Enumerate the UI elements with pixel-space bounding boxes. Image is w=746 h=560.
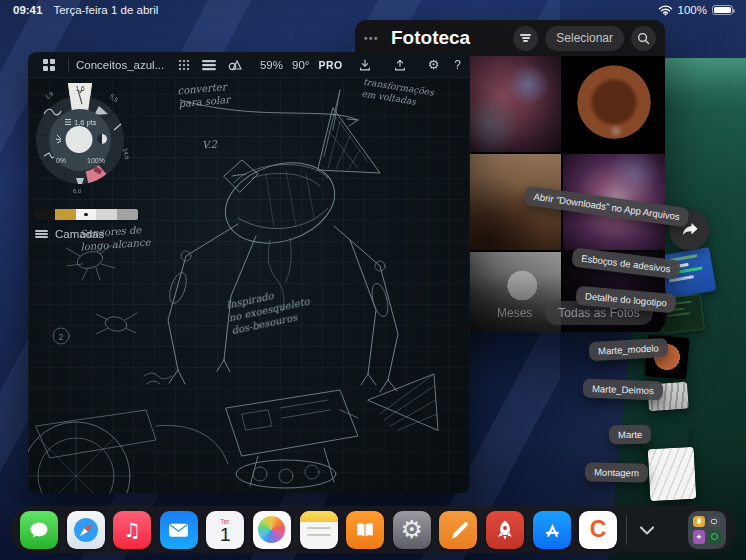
select-button[interactable]: Selecionar [545,26,624,51]
color-swatch[interactable] [55,209,76,220]
chevron-down-icon [638,524,656,536]
layers-icon[interactable] [202,59,216,71]
dock-chevron-button[interactable] [634,511,660,549]
spider-mech-sketch [166,90,398,392]
concepts-toolbar: Conceitos_azul... 59% 90° PRO [28,52,470,78]
gear-icon[interactable]: ⚙ [428,58,440,71]
layers-label: Camadas [55,228,104,240]
brush-preview[interactable] [66,126,93,153]
clock: 09:41 [13,4,42,16]
more-button[interactable]: ••• [364,33,379,44]
color-swatch[interactable] [34,209,55,220]
layers-list-icon [35,228,48,240]
pen-icon [445,517,471,543]
annotation-version: V.2 [202,138,218,152]
tool-wheel[interactable]: 1,6 1,9 5,5 6,0 14,6 1,6 pts 0% 100% [32,82,132,197]
objects-icon[interactable] [228,58,243,71]
mini-app-ring [708,530,721,544]
dock-app-draw[interactable] [439,511,477,549]
dock-divider [626,515,627,545]
gear-icon: ⚙ [401,517,423,542]
dock: ♫ Ter. 1 ⚙ [10,506,736,553]
sketch-number: 2 [58,332,63,342]
import-icon[interactable] [358,58,372,72]
filter-button[interactable] [513,26,538,51]
ring-size-4: 14,6 [122,147,130,160]
color-swatch-bar [34,209,138,220]
rotation-value[interactable]: 90° [292,59,309,71]
size-label: 1,6 pts [74,118,97,127]
ring-size-1: 1,9 [44,90,55,100]
dock-app-messages[interactable] [20,511,58,549]
dock-app-music[interactable]: ♫ [113,511,151,549]
safari-icon [71,515,101,545]
dock-app-c[interactable]: C [579,511,617,549]
drag-file-label[interactable]: Montagem [585,462,648,482]
layers-panel-toggle[interactable]: Camadas [35,228,104,240]
pro-badge[interactable]: PRO [318,59,342,71]
concepts-window: 2 converter para solar transformações em… [28,52,470,493]
mini-doodles-sketch: 2 [53,245,172,384]
dock-app-app-store[interactable] [533,511,571,549]
opacity-min: 0% [56,157,66,164]
rocket-icon [492,517,518,543]
search-icon [637,32,650,45]
dock-app-mail[interactable] [160,511,198,549]
date: Terça-feira 1 de abril [53,4,158,16]
window-title: Fototeca [391,27,470,49]
dock-app-notes[interactable] [300,511,338,549]
ring-size-2: 5,5 [109,93,120,103]
ipad-screen: 09:41 Terça-feira 1 de abril 100% [0,0,746,560]
dock-app-settings[interactable]: ⚙ [393,511,431,549]
segment-meses[interactable]: Meses [497,306,532,320]
dock-app-library[interactable]: ★ [688,511,726,549]
color-swatch-selected[interactable] [76,209,97,220]
battery-percent: 100% [678,4,707,16]
c-app-icon: C [590,516,607,543]
fototeca-header: ••• Fototeca Selecionar [355,20,665,56]
zoom-level[interactable]: 59% [260,59,283,71]
opacity-max: 100% [87,157,105,164]
dock-app-safari[interactable] [67,511,105,549]
precision-grid-icon[interactable] [178,59,190,71]
mini-app-camera [708,516,721,528]
drag-file-label[interactable]: Marte [609,425,652,445]
photos-flower-icon [258,516,285,543]
dock-app-books[interactable] [346,511,384,549]
dish-robot-sketch [226,374,438,488]
help-button[interactable]: ? [454,58,461,72]
dock-app-photos[interactable] [253,511,291,549]
mail-envelope-icon [166,517,191,542]
status-bar: 09:41 Terça-feira 1 de abril 100% [0,0,746,20]
app-grid-icon[interactable] [43,59,55,71]
active-size: 1,6 [75,85,84,92]
search-button[interactable] [631,26,656,51]
drag-thumb-sketch-white[interactable] [648,447,697,501]
annotation-converter: converter para solar [177,80,230,110]
color-swatch[interactable] [117,209,138,220]
music-note-icon: ♫ [123,520,141,540]
messages-icon [27,518,51,542]
ring-size-3: 6,0 [73,188,82,194]
mini-app-lightbulb [693,516,706,528]
contrast-icon [97,134,107,144]
dock-app-rocket[interactable] [486,511,524,549]
battery-icon [712,5,733,15]
document-title[interactable]: Conceitos_azul... [76,59,164,71]
export-icon[interactable] [393,58,407,72]
mini-app-star: ★ [693,530,706,544]
calendar-day: 1 [220,524,231,546]
app-store-icon [539,517,565,543]
color-swatch[interactable] [96,209,117,220]
wifi-icon [658,4,673,16]
dock-app-calendar[interactable]: Ter. 1 [206,511,244,549]
drag-file-label[interactable]: Marte_Deimos [583,379,663,401]
wheel-mech-sketch [28,410,228,493]
books-icon [352,517,378,543]
notes-icon [300,511,338,522]
